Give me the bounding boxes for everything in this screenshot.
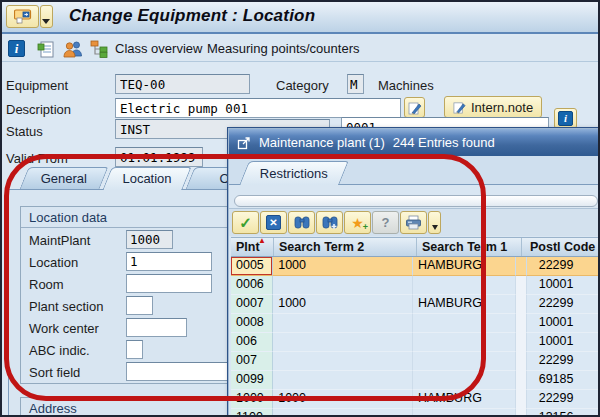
cell-search-term-1[interactable]: HAMBURG (413, 295, 516, 314)
find-next-button[interactable] (316, 211, 343, 234)
cell-plnt[interactable]: 007 (231, 352, 273, 371)
cell-search-term-1[interactable] (413, 371, 516, 390)
tab-location[interactable]: Location (102, 167, 191, 190)
popup-title-bar[interactable]: Maintenance plant (1) 244 Entries found (229, 129, 600, 156)
find-button[interactable] (288, 211, 315, 234)
tab-restrictions[interactable]: Restrictions (239, 161, 349, 185)
cell-postl-code[interactable]: 22299 (527, 352, 600, 371)
cell-search-term-1[interactable]: HAMBURG (413, 390, 516, 409)
table-row[interactable]: 0005 1000 HAMBURG 22299 (231, 257, 600, 276)
cancel-button[interactable]: ✕ (260, 211, 287, 234)
cell-search-term-2[interactable] (273, 409, 413, 417)
sort-field-input[interactable] (126, 362, 231, 381)
room-input[interactable] (126, 274, 212, 293)
cell-search-term-1[interactable] (413, 276, 516, 295)
cell-plnt[interactable]: 1100 (231, 409, 273, 417)
cell-postl-code[interactable]: 10001 (527, 333, 600, 352)
cell-search-term-2[interactable]: 1000 (273, 295, 413, 314)
cell-postl-code[interactable]: 22299 (527, 295, 600, 314)
cell-plnt[interactable]: 0006 (231, 276, 273, 295)
maintplant-input[interactable] (126, 230, 173, 249)
partners-button[interactable] (63, 40, 84, 58)
class-overview-button[interactable]: Class overview (115, 41, 202, 56)
column-header-search-term-2[interactable]: Search Term 2 (274, 238, 417, 256)
question-icon: ? (382, 215, 390, 230)
work-center-input[interactable] (126, 318, 187, 337)
cell-search-term-2[interactable]: 1000 (273, 257, 413, 276)
cell-search-term-2[interactable]: 1000 (273, 390, 413, 409)
column-header-search-term-1[interactable]: Search Term 1 (417, 238, 522, 256)
services-menu-button[interactable] (6, 5, 39, 28)
measuring-points-button[interactable]: Measuring points/counters (207, 41, 359, 56)
help-button[interactable]: ? (372, 211, 399, 234)
group-title: Location data (29, 210, 107, 225)
title-bar: Change Equipment : Location (0, 0, 600, 34)
restrictions-collapse-bar[interactable] (234, 195, 598, 207)
edit-description-button[interactable] (404, 97, 425, 118)
cell-plnt[interactable]: 0008 (231, 314, 273, 333)
abc-indicator-input[interactable] (126, 340, 143, 359)
cell-plnt[interactable]: 1000 (231, 390, 273, 409)
cell-plnt[interactable]: 0007 (231, 295, 273, 314)
table-row[interactable]: 1100 13156 (231, 409, 600, 417)
cell-search-term-2[interactable] (273, 276, 413, 295)
table-row[interactable]: 0099 69185 (231, 371, 600, 390)
location-input[interactable] (126, 252, 212, 271)
cell-search-term-2[interactable] (273, 314, 413, 333)
equipment-input[interactable] (115, 74, 250, 94)
personal-list-button[interactable]: ★ + (344, 211, 371, 234)
column-header-postl-code[interactable]: Postl Code (525, 238, 600, 256)
cell-search-term-1[interactable] (413, 352, 516, 371)
cell-postl-code[interactable]: 10001 (527, 276, 600, 295)
popup-window: Maintenance plant (1) 244 Entries found … (227, 127, 600, 417)
print-options-dropdown[interactable] (428, 211, 441, 234)
services-menu-dropdown[interactable] (40, 5, 53, 28)
cell-plnt[interactable]: 0099 (231, 371, 273, 390)
cell-plnt[interactable]: 0005 (231, 257, 273, 276)
cell-separator (516, 314, 527, 333)
binoculars-icon (294, 215, 310, 230)
app-toolbar: i Class overview (0, 36, 600, 62)
intern-note-label: Intern.note (471, 100, 533, 115)
cell-search-term-2[interactable] (273, 352, 413, 371)
cell-postl-code[interactable]: 13156 (527, 409, 600, 417)
cell-search-term-1[interactable]: HAMBURG (413, 257, 516, 276)
popup-title: Maintenance plant (1) (259, 135, 385, 150)
table-row[interactable]: 006 10001 (231, 333, 600, 352)
status-label: Status (6, 124, 43, 139)
print-button[interactable] (400, 211, 427, 234)
cell-search-term-1[interactable] (413, 409, 516, 417)
table-row[interactable]: 1000 1000 HAMBURG 22299 (231, 390, 600, 409)
description-input[interactable] (115, 98, 401, 118)
cell-postl-code[interactable]: 22299 (527, 390, 600, 409)
category-input[interactable] (347, 74, 364, 94)
plant-section-input[interactable] (126, 296, 153, 315)
cell-search-term-2[interactable] (273, 371, 413, 390)
group-title: Address (29, 401, 77, 416)
results-body: 0005 1000 HAMBURG 22299 0006 10001 0007 … (231, 257, 600, 417)
cell-separator (516, 276, 527, 295)
cell-search-term-2[interactable] (273, 333, 413, 352)
table-row[interactable]: 0008 10001 (231, 314, 600, 333)
info-button[interactable]: i (8, 40, 26, 58)
work-center-label: Work center (29, 321, 99, 336)
cell-plnt[interactable]: 006 (231, 333, 273, 352)
valid-from-input[interactable] (115, 147, 203, 167)
structure-button[interactable] (90, 40, 108, 58)
cell-postl-code[interactable]: 69185 (527, 371, 600, 390)
intern-note-button[interactable]: Intern.note (444, 96, 542, 118)
cell-search-term-1[interactable] (413, 333, 516, 352)
tab-general[interactable]: General (20, 167, 109, 189)
category-description: Machines (378, 78, 434, 93)
cell-search-term-1[interactable] (413, 314, 516, 333)
column-header-plnt[interactable]: Plnt ▲ (231, 238, 274, 256)
table-row[interactable]: 0006 10001 (231, 276, 600, 295)
table-row[interactable]: 007 22299 (231, 352, 600, 371)
status-info-button[interactable]: i (554, 108, 577, 129)
display-document-button[interactable] (37, 40, 55, 58)
cell-postl-code[interactable]: 22299 (527, 257, 600, 276)
table-row[interactable]: 0007 1000 HAMBURG 22299 (231, 295, 600, 314)
cell-separator (516, 371, 527, 390)
accept-button[interactable]: ✓ (232, 211, 259, 234)
cell-postl-code[interactable]: 10001 (527, 314, 600, 333)
